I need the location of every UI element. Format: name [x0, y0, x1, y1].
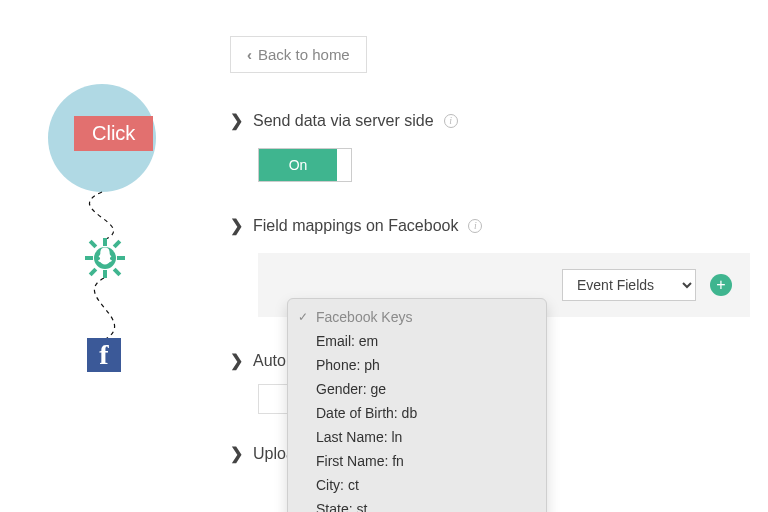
- dropdown-option[interactable]: Phone: ph: [288, 353, 546, 377]
- server-side-toggle[interactable]: On: [258, 148, 352, 182]
- plus-icon: +: [716, 276, 725, 294]
- dropdown-option[interactable]: Email: em: [288, 329, 546, 353]
- section-title: Field mappings on Facebook: [253, 217, 458, 235]
- chevron-right-icon: ❯: [230, 111, 243, 130]
- dropdown-option[interactable]: Last Name: ln: [288, 425, 546, 449]
- dropdown-option[interactable]: Gender: ge: [288, 377, 546, 401]
- facebook-node: f: [87, 338, 121, 372]
- dropdown-option[interactable]: First Name: fn: [288, 449, 546, 473]
- dropdown-placeholder: Facebook Keys: [288, 305, 546, 329]
- toggle-on-label: On: [259, 149, 337, 181]
- chevron-right-icon: ❯: [230, 351, 243, 370]
- dropdown-option[interactable]: City: ct: [288, 473, 546, 497]
- dropdown-option[interactable]: Date of Birth: db: [288, 401, 546, 425]
- chevron-left-icon: ‹: [247, 46, 252, 63]
- ghost-icon: [91, 244, 119, 272]
- chevron-right-icon: ❯: [230, 216, 243, 235]
- section-field-mappings-header[interactable]: ❯ Field mappings on Facebook i: [230, 216, 750, 235]
- info-icon[interactable]: i: [444, 114, 458, 128]
- back-to-home-button[interactable]: ‹ Back to home: [230, 36, 367, 73]
- transform-node: [85, 238, 125, 278]
- dropdown-option[interactable]: State: st: [288, 497, 546, 512]
- event-fields-select[interactable]: Event Fields: [562, 269, 696, 301]
- app-stage: Click f ‹ Back to home: [0, 0, 768, 512]
- section-server-side-header[interactable]: ❯ Send data via server side i: [230, 111, 750, 130]
- facebook-icon: f: [99, 338, 108, 372]
- facebook-keys-dropdown[interactable]: Facebook Keys Email: emPhone: phGender: …: [287, 298, 547, 512]
- toggle-handle: [337, 149, 351, 181]
- chevron-right-icon: ❯: [230, 444, 243, 463]
- info-icon[interactable]: i: [468, 219, 482, 233]
- add-mapping-button[interactable]: +: [710, 274, 732, 296]
- back-label: Back to home: [258, 46, 350, 63]
- section-title: Send data via server side: [253, 112, 434, 130]
